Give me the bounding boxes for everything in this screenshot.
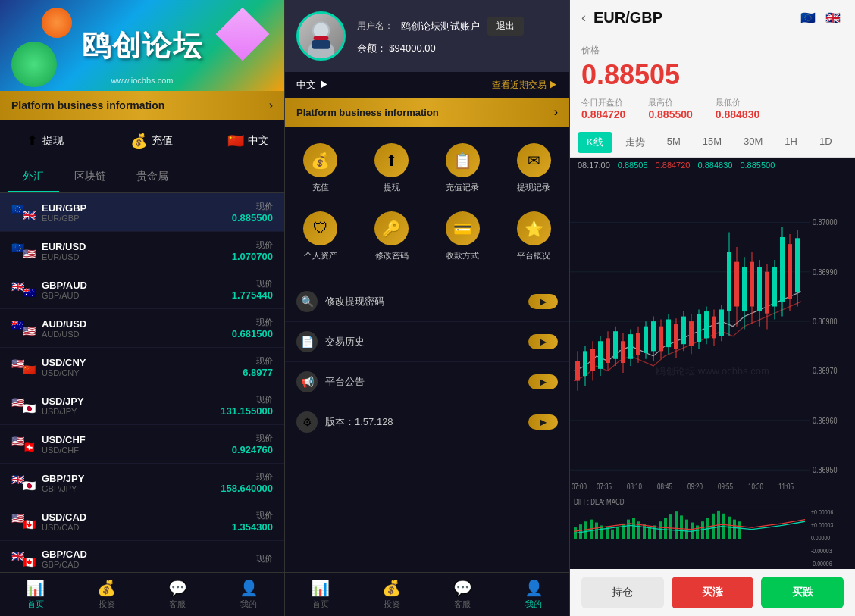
deposit-button[interactable]: 💰 充值 <box>119 129 184 153</box>
currency-row-usdchf[interactable]: 🇺🇸 🇨🇭 USD/CHF USD/CHF 现价 0.924760 <box>0 425 284 464</box>
svg-rect-96 <box>616 527 619 539</box>
view-recent-button[interactable]: 查看近期交易 ▶ <box>492 79 558 92</box>
svg-rect-27 <box>628 334 633 359</box>
svg-rect-29 <box>636 333 640 355</box>
buy-down-button[interactable]: 买跌 <box>761 577 844 608</box>
tab-trend[interactable]: 走势 <box>616 132 654 153</box>
language-button[interactable]: 🇨🇳 中文 <box>227 133 269 149</box>
tab-forex[interactable]: 外汇 <box>8 162 59 192</box>
withdraw-password-arrow: ▶ <box>528 294 558 309</box>
trade-history-text: 交易历史 <box>325 335 365 349</box>
nav-home[interactable]: 📊 首页 <box>0 573 71 616</box>
svg-rect-53 <box>727 252 731 311</box>
svg-text:DIFF: DEA: MACD:: DIFF: DEA: MACD: <box>574 498 626 506</box>
svg-text:07:00: 07:00 <box>572 483 587 491</box>
chart-time-info: 08:17:00 0.88505 0.884720 0.884830 0.885… <box>570 158 855 173</box>
left-panel: 鸥创论坛 www.iocbbs.com Platform business in… <box>0 0 285 616</box>
price-stats: 今日开盘价 0.884720 最高价 0.885500 最低价 0.884830 <box>581 97 844 120</box>
decoration-diamond <box>216 8 270 61</box>
user-header: 用户名： 鸥创论坛测试账户 退出 余额： $94000.00 <box>285 0 569 72</box>
svg-rect-71 <box>795 238 800 292</box>
svg-text:08:10: 08:10 <box>627 483 642 491</box>
svg-rect-15 <box>583 351 587 376</box>
svg-rect-21 <box>606 338 610 363</box>
svg-rect-51 <box>719 309 724 336</box>
price-info-2: 0.884720 <box>656 161 691 170</box>
mid-platform-info-bar[interactable]: Platform business information › <box>285 98 569 127</box>
tab-kline[interactable]: K线 <box>578 132 612 153</box>
pair-title: EUR/GBP <box>593 9 790 27</box>
high-value: 0.885500 <box>648 108 692 120</box>
platform-info-bar[interactable]: Platform business information › <box>0 91 284 120</box>
menu-change-password[interactable]: 🔑 修改密码 <box>356 202 428 270</box>
svg-rect-106 <box>669 514 672 539</box>
menu-withdraw[interactable]: ⬆ 提现 <box>356 134 428 202</box>
mid-nav-service[interactable]: 💬 客服 <box>428 573 499 616</box>
tab-blockchain[interactable]: 区块链 <box>59 162 121 192</box>
svg-rect-99 <box>632 518 635 539</box>
list-section: 🔍 修改提现密码 ▶ 📄 交易历史 ▶ 📢 平台公告 ▶ ⚙ 版本：1.57.1… <box>285 278 569 572</box>
currency-left: 🇪🇺 🇬🇧 EUR/GBP EUR/GBP <box>11 202 86 223</box>
mid-nav-home[interactable]: 📊 首页 <box>285 573 356 616</box>
svg-rect-105 <box>664 518 667 539</box>
menu-grid: 💰 充值 ⬆ 提现 📋 充值记录 ✉ 提现记录 🛡 个人资产 🔑 修改密码 💳 … <box>285 127 569 278</box>
tab-5m[interactable]: 5M <box>658 132 690 153</box>
menu-assets[interactable]: 🛡 个人资产 <box>285 202 356 270</box>
nav-invest[interactable]: 💰 投资 <box>71 573 142 616</box>
logout-button[interactable]: 退出 <box>487 17 524 36</box>
tab-1d[interactable]: 1D <box>810 132 841 153</box>
mid-language-button[interactable]: 中文 ▶ <box>296 78 329 92</box>
svg-rect-59 <box>750 262 754 307</box>
list-row-announcement[interactable]: 📢 平台公告 ▶ <box>285 362 569 402</box>
svg-rect-103 <box>653 525 656 539</box>
svg-rect-55 <box>734 262 739 307</box>
mid-nav-invest[interactable]: 💰 投资 <box>356 573 428 616</box>
tab-30m[interactable]: 30M <box>734 132 772 153</box>
chart-tabs: K线 走势 5M 15M 30M 1H 1D <box>570 128 855 158</box>
withdraw-button[interactable]: ⬆ 提现 <box>15 129 75 153</box>
tab-15m[interactable]: 15M <box>694 132 731 153</box>
menu-payment[interactable]: 💳 收款方式 <box>428 202 499 270</box>
back-button[interactable]: ‹ <box>581 10 586 26</box>
nav-profile[interactable]: 👤 我的 <box>213 573 284 616</box>
currency-row-usdcny[interactable]: 🇺🇸 🇨🇳 USD/CNY USD/CNY 现价 6.8977 <box>0 348 284 386</box>
currency-row-usdjpy[interactable]: 🇺🇸 🇯🇵 USD/JPY USD/JPY 现价 131.155000 <box>0 386 284 425</box>
withdraw-icon: ⬆ <box>27 133 38 149</box>
withdraw-menu-icon: ⬆ <box>374 143 409 177</box>
trade-history-icon: 📄 <box>296 331 318 352</box>
svg-text:09:55: 09:55 <box>718 483 733 491</box>
currency-row-eurusd[interactable]: 🇪🇺 🇺🇸 EUR/USD EUR/USD 现价 1.070700 <box>0 232 284 270</box>
currency-row-gbpcad[interactable]: 🇬🇧 🇨🇦 GBP/CAD GBP/CAD 现价 <box>0 541 284 572</box>
svg-rect-45 <box>697 314 701 342</box>
menu-platform[interactable]: ⭐ 平台概况 <box>498 202 569 270</box>
flags-eurgbp: 🇪🇺 🇬🇧 <box>11 204 36 220</box>
chart-bottom-buttons: 持仓 买涨 买跌 <box>570 569 855 616</box>
currency-row-usdcad[interactable]: 🇺🇸 🇨🇦 USD/CAD USD/CAD 现价 1.354300 <box>0 502 284 541</box>
current-price: 0.88505 <box>581 59 844 91</box>
svg-rect-13 <box>575 361 580 380</box>
mid-nav-profile[interactable]: 👤 我的 <box>498 573 569 616</box>
svg-rect-119 <box>738 521 741 539</box>
low-value: 0.884830 <box>716 108 759 120</box>
currency-row-gbpaud[interactable]: 🇬🇧 🇦🇺 GBP/AUD GBP/AUD 现价 1.775440 <box>0 270 284 309</box>
version-row: ⚙ 版本：1.57.128 ▶ <box>285 402 569 442</box>
high-label: 最高价 <box>648 97 692 108</box>
hold-button[interactable]: 持仓 <box>581 577 664 608</box>
menu-withdraw-records[interactable]: ✉ 提现记录 <box>498 134 569 202</box>
mid-profile-label: 我的 <box>525 599 542 610</box>
currency-row-eurgbp[interactable]: 🇪🇺 🇬🇧 EUR/GBP EUR/GBP 现价 0.885500 <box>0 193 284 232</box>
svg-text:+0.00006: +0.00006 <box>811 508 834 516</box>
list-row-withdraw-password[interactable]: 🔍 修改提现密码 ▶ <box>285 282 569 322</box>
username-value: 鸥创论坛测试账户 <box>401 20 480 33</box>
nav-service[interactable]: 💬 客服 <box>142 573 214 616</box>
menu-deposit-records[interactable]: 📋 充值记录 <box>428 134 499 202</box>
menu-deposit[interactable]: 💰 充值 <box>285 134 356 202</box>
tab-metals[interactable]: 贵金属 <box>121 162 183 192</box>
withdraw-menu-label: 提现 <box>384 182 400 193</box>
withdraw-label: 提现 <box>42 134 64 148</box>
currency-row-audusd[interactable]: 🇦🇺 🇺🇸 AUD/USD AUD/USD 现价 0.681500 <box>0 309 284 348</box>
currency-row-gbpjpy[interactable]: 🇬🇧 🇯🇵 GBP/JPY GBP/JPY 现价 158.640000 <box>0 464 284 502</box>
buy-up-button[interactable]: 买涨 <box>672 577 754 608</box>
tab-1h[interactable]: 1H <box>775 132 806 153</box>
list-row-trade-history[interactable]: 📄 交易历史 ▶ <box>285 322 569 362</box>
